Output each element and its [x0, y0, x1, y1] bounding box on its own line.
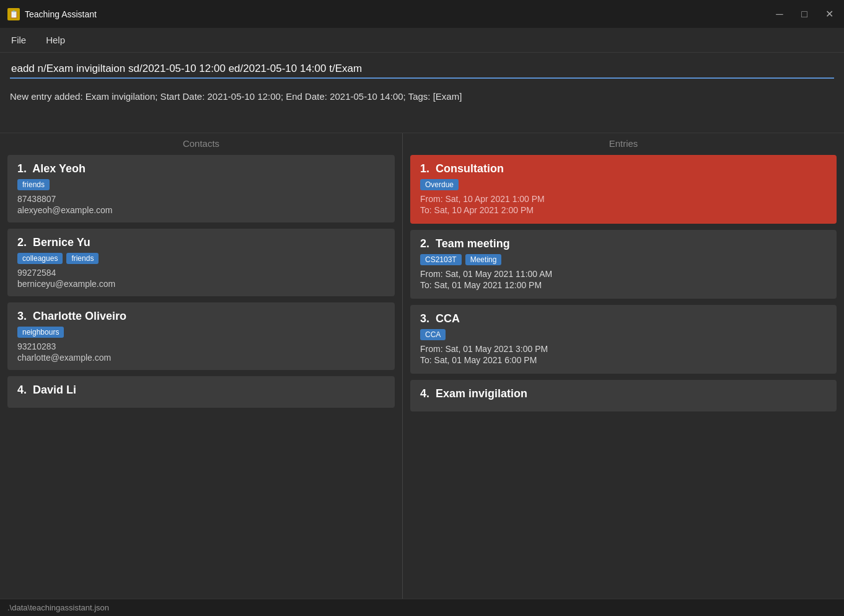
menu-bar: File Help — [0, 28, 844, 53]
app-icon: 📋 — [7, 8, 20, 20]
contact-card[interactable]: 4. David Li — [7, 376, 395, 408]
app-title: Teaching Assistant — [25, 9, 97, 19]
output-text: New entry added: Exam invigilation; Star… — [10, 90, 834, 104]
main-content: Contacts 1. Alex Yeoh friends 87438807 a… — [0, 133, 844, 599]
minimize-button[interactable]: ─ — [772, 7, 787, 22]
contact-phone: 93210283 — [17, 341, 385, 351]
contact-email: berniceyu@example.com — [17, 279, 385, 289]
entry-to: To: Sat, 01 May 2021 6:00 PM — [420, 355, 827, 365]
entry-card[interactable]: 2. Team meeting CS2103TMeeting From: Sat… — [410, 230, 837, 299]
contact-card[interactable]: 1. Alex Yeoh friends 87438807 alexyeoh@e… — [7, 155, 395, 222]
entry-title: 1. Consultation — [420, 162, 827, 175]
entry-tags-row: Overdue — [420, 179, 827, 190]
output-area: New entry added: Exam invigilation; Star… — [0, 84, 844, 133]
entry-card[interactable]: 1. Consultation Overdue From: Sat, 10 Ap… — [410, 155, 837, 224]
entry-from: From: Sat, 01 May 2021 3:00 PM — [420, 344, 827, 354]
title-bar-left: 📋 Teaching Assistant — [7, 8, 97, 20]
contact-name: 3. Charlotte Oliveiro — [17, 310, 385, 323]
contact-tag: friends — [66, 253, 99, 264]
entry-title: 3. CCA — [420, 312, 827, 325]
entry-from: From: Sat, 01 May 2021 11:00 AM — [420, 269, 827, 279]
contact-tag: friends — [17, 179, 50, 190]
entry-title: 4. Exam invigilation — [420, 387, 827, 400]
entry-tags-row: CS2103TMeeting — [420, 254, 827, 265]
menu-file[interactable]: File — [7, 32, 30, 48]
contact-tags-row: friends — [17, 179, 385, 190]
entry-title: 2. Team meeting — [420, 237, 827, 250]
status-bar: .\data\teachingassistant.json — [0, 599, 844, 616]
contact-tag: colleagues — [17, 253, 63, 264]
contact-phone: 87438807 — [17, 194, 385, 204]
status-text: .\data\teachingassistant.json — [7, 603, 109, 612]
window-controls: ─ □ ✕ — [772, 7, 837, 22]
entries-panel: Entries 1. Consultation Overdue From: Sa… — [403, 133, 844, 599]
contact-card[interactable]: 2. Bernice Yu colleaguesfriends 99272584… — [7, 229, 395, 296]
contact-phone: 99272584 — [17, 268, 385, 278]
contact-email: charlotte@example.com — [17, 353, 385, 363]
command-area — [0, 53, 844, 84]
maximize-button[interactable]: □ — [797, 7, 812, 22]
entry-card[interactable]: 4. Exam invigilation — [410, 380, 837, 411]
entries-header: Entries — [403, 133, 844, 155]
contact-tags-row: neighbours — [17, 327, 385, 338]
entry-tags-row: CCA — [420, 329, 827, 340]
contact-email: alexyeoh@example.com — [17, 205, 385, 215]
menu-help[interactable]: Help — [42, 32, 69, 48]
contact-name: 1. Alex Yeoh — [17, 162, 385, 175]
contact-name: 2. Bernice Yu — [17, 236, 385, 249]
title-bar: 📋 Teaching Assistant ─ □ ✕ — [0, 0, 844, 28]
entry-card[interactable]: 3. CCA CCA From: Sat, 01 May 2021 3:00 P… — [410, 305, 837, 374]
entry-tag: CS2103T — [420, 254, 462, 265]
command-input[interactable] — [10, 60, 834, 79]
contacts-panel: Contacts 1. Alex Yeoh friends 87438807 a… — [0, 133, 403, 599]
contact-tags-row: colleaguesfriends — [17, 253, 385, 264]
contact-tag: neighbours — [17, 327, 64, 338]
entry-tag: Meeting — [465, 254, 502, 265]
contact-name: 4. David Li — [17, 384, 385, 397]
entry-tag: Overdue — [420, 179, 459, 190]
entry-to: To: Sat, 01 May 2021 12:00 PM — [420, 280, 827, 290]
entry-tag: CCA — [420, 329, 446, 340]
contacts-list[interactable]: 1. Alex Yeoh friends 87438807 alexyeoh@e… — [0, 155, 402, 599]
close-button[interactable]: ✕ — [822, 7, 837, 22]
contact-card[interactable]: 3. Charlotte Oliveiro neighbours 9321028… — [7, 302, 395, 370]
entry-from: From: Sat, 10 Apr 2021 1:00 PM — [420, 194, 827, 204]
contacts-header: Contacts — [0, 133, 402, 155]
entry-to: To: Sat, 10 Apr 2021 2:00 PM — [420, 205, 827, 215]
entries-list[interactable]: 1. Consultation Overdue From: Sat, 10 Ap… — [403, 155, 844, 599]
